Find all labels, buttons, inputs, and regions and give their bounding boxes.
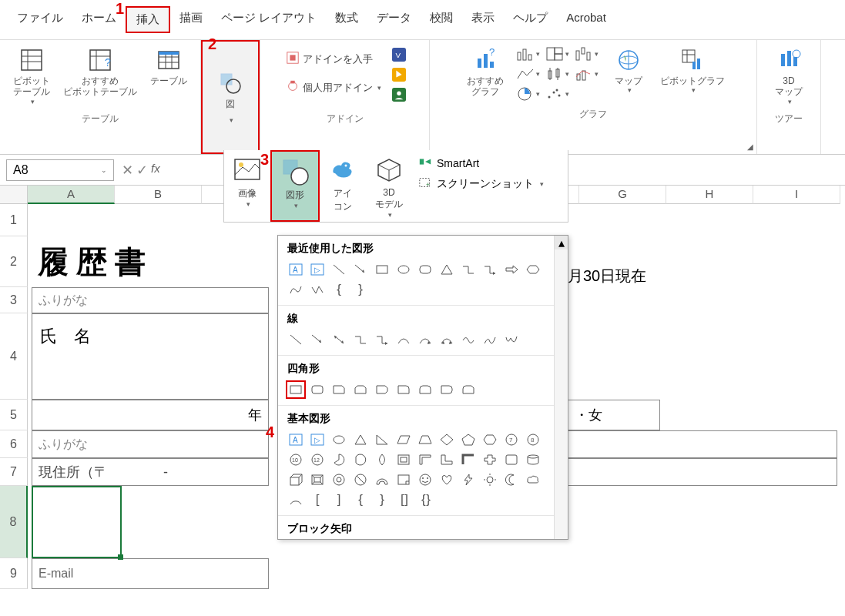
- scatter-chart-button[interactable]: ▾: [545, 85, 569, 103]
- row-header-7[interactable]: 7: [0, 458, 28, 486]
- combo-chart-button[interactable]: ▾: [574, 65, 599, 83]
- shape-triangle[interactable]: [437, 260, 457, 279]
- shape-connector[interactable]: [458, 260, 478, 279]
- shape-b-cube[interactable]: [286, 470, 306, 489]
- shape-b-cloud[interactable]: [523, 470, 543, 489]
- cell-address[interactable]: 現住所（〒 -: [32, 458, 269, 486]
- shape-b-heptagon[interactable]: 7: [501, 430, 521, 449]
- shape-snip2[interactable]: [350, 380, 371, 399]
- icons-button[interactable]: アイ コン: [320, 150, 366, 222]
- shape-round1[interactable]: [394, 380, 414, 399]
- shape-rect[interactable]: [372, 260, 392, 279]
- col-header-H[interactable]: H: [666, 186, 753, 204]
- shape-b-bracket-r[interactable]: ]: [329, 490, 349, 509]
- shape-b-triangle[interactable]: [350, 430, 371, 449]
- shapes-button[interactable]: 図形 ▾: [270, 150, 320, 222]
- shape-curve3[interactable]: [437, 330, 457, 349]
- shape-b-can[interactable]: [523, 450, 543, 469]
- shape-oval[interactable]: [394, 260, 414, 279]
- shape-b-trap[interactable]: [415, 430, 435, 449]
- shape-line2[interactable]: [307, 330, 327, 349]
- shape-round3[interactable]: [437, 380, 457, 399]
- shape-b-bracket-pair[interactable]: [ ]: [394, 490, 414, 509]
- shape-b-chord[interactable]: [350, 450, 371, 469]
- active-cell-A8[interactable]: [32, 486, 122, 558]
- menu-formulas[interactable]: 数式: [326, 6, 367, 33]
- shape-brace-l[interactable]: {: [329, 280, 349, 299]
- shape-line[interactable]: [329, 260, 349, 279]
- recommend-charts-button[interactable]: ? おすすめ グラフ: [458, 43, 512, 105]
- line-chart-button[interactable]: ▾: [515, 65, 540, 83]
- cell-email[interactable]: E-mail: [32, 558, 269, 589]
- shape-b-sun[interactable]: [480, 470, 500, 489]
- shape-b-oval[interactable]: [329, 430, 349, 449]
- bing-icon[interactable]: [392, 68, 406, 85]
- recommend-pivot-button[interactable]: ? おすすめ ピボットテーブル: [60, 43, 140, 109]
- cell-blank-2[interactable]: [568, 458, 837, 486]
- get-addins-button[interactable]: アドインを入手: [283, 49, 384, 69]
- cell-title[interactable]: 履 歴 書: [32, 238, 269, 286]
- shape-connector2[interactable]: [480, 260, 500, 279]
- shape-textbox[interactable]: A: [286, 260, 306, 279]
- menu-insert[interactable]: 挿入: [126, 6, 170, 33]
- cell-furigana-2[interactable]: ふりがな: [32, 430, 269, 458]
- shape-b-textbox2[interactable]: ▷: [307, 430, 327, 449]
- cell-gender[interactable]: ・女: [568, 400, 660, 430]
- stats-chart-button[interactable]: ▾: [545, 65, 569, 83]
- shape-b-pie[interactable]: [329, 450, 349, 469]
- shape-b-bracket-l[interactable]: [: [307, 490, 327, 509]
- shape-elbow1[interactable]: [350, 330, 371, 349]
- shape-round2[interactable]: [415, 380, 435, 399]
- shape-hexagon[interactable]: [523, 260, 543, 279]
- shape-freeform[interactable]: [286, 280, 306, 299]
- shape-b-para[interactable]: [394, 430, 414, 449]
- shape-b-blockarc[interactable]: [372, 470, 392, 489]
- map-button[interactable]: マップ ▾: [602, 43, 656, 105]
- shape-b-brace-pair[interactable]: { }: [415, 490, 435, 509]
- row-header-1[interactable]: 1: [0, 204, 28, 236]
- shape-b-hexagon[interactable]: [480, 430, 500, 449]
- shape-b-plus[interactable]: [480, 450, 500, 469]
- treemap-button[interactable]: ▾: [545, 45, 569, 63]
- smartart-button[interactable]: SmartArt: [418, 155, 544, 171]
- 3d-models-button[interactable]: 3D モデル ▾: [366, 150, 412, 222]
- shape-line3[interactable]: [329, 330, 349, 349]
- shape-elbow2[interactable]: [372, 330, 392, 349]
- shape-b-dodecagon[interactable]: 12: [307, 450, 327, 469]
- shape-roundrect[interactable]: [415, 260, 435, 279]
- shape-b-noentry[interactable]: [350, 470, 371, 489]
- cell-date-now[interactable]: 月30日現在: [568, 266, 646, 286]
- pivot-chart-button[interactable]: ピボットグラフ ▾: [657, 43, 728, 105]
- row-header-2[interactable]: 2: [0, 236, 28, 287]
- 3d-map-button[interactable]: 3D マップ ▾: [762, 43, 816, 109]
- shape-snip1[interactable]: [329, 380, 349, 399]
- row-header-5[interactable]: 5: [0, 400, 28, 430]
- shape-b-brace-l[interactable]: {: [350, 490, 371, 509]
- shape-line1[interactable]: [286, 330, 306, 349]
- visio-icon[interactable]: V: [392, 48, 406, 65]
- cell-name[interactable]: 氏 名: [32, 313, 269, 400]
- shape-textbox-v[interactable]: ▷: [307, 260, 327, 279]
- shape-b-heart[interactable]: [437, 470, 457, 489]
- shape-b-bevel[interactable]: [307, 470, 327, 489]
- shape-b-pentagon[interactable]: [458, 430, 478, 449]
- shape-b-lightning[interactable]: [458, 470, 478, 489]
- shape-b-frame[interactable]: [394, 450, 414, 469]
- shape-brace-r[interactable]: }: [350, 280, 371, 299]
- cell-blank-1[interactable]: [568, 430, 837, 458]
- shape-b-lshape[interactable]: [437, 450, 457, 469]
- menu-page-layout[interactable]: ページ レイアウト: [212, 6, 326, 33]
- shape-b-smile[interactable]: [415, 470, 435, 489]
- shape-b-folded[interactable]: [394, 470, 414, 489]
- shape-roundrect2[interactable]: [307, 380, 327, 399]
- table-button[interactable]: テーブル: [142, 43, 196, 109]
- shape-roundsnip[interactable]: [458, 380, 478, 399]
- illustrations-button[interactable]: 図 ▾: [201, 40, 260, 154]
- col-header-A[interactable]: A: [28, 186, 115, 204]
- row-header-3[interactable]: 3: [0, 287, 28, 313]
- menu-data[interactable]: データ: [367, 6, 421, 33]
- row-header-6[interactable]: 6: [0, 430, 28, 458]
- shape-b-plaque[interactable]: [501, 450, 521, 469]
- shape-rectangle[interactable]: [286, 380, 306, 399]
- menu-review[interactable]: 校閲: [421, 6, 462, 33]
